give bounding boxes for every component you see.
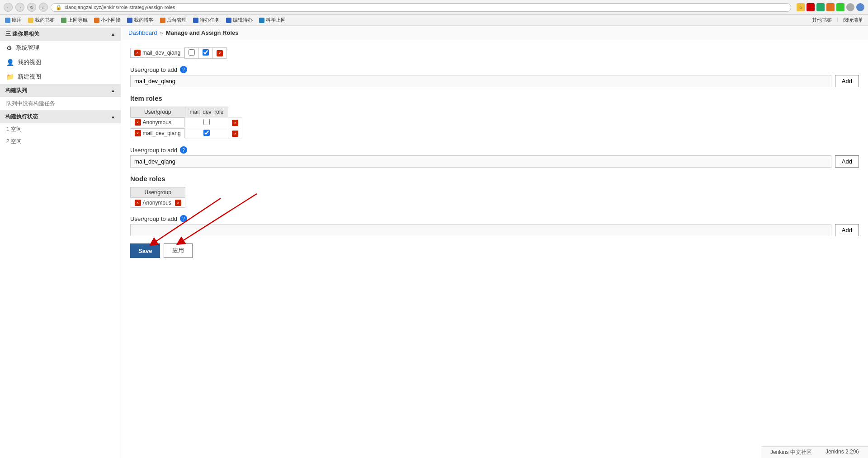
admin-icon bbox=[160, 18, 165, 23]
delete-partial-row-icon[interactable]: × bbox=[217, 50, 223, 56]
table-row: × Anonymous × bbox=[131, 198, 185, 208]
sidebar-item-newview-label: 新建视图 bbox=[18, 73, 41, 81]
profile-icon[interactable] bbox=[856, 3, 864, 11]
ext-icon5[interactable] bbox=[846, 3, 854, 11]
partial-global-row: × mail_dev_qiang × bbox=[130, 47, 859, 59]
item-anon-checkbox[interactable] bbox=[203, 119, 210, 125]
star-icon[interactable]: ☆ bbox=[797, 3, 805, 11]
sidebar-section-buildqueue[interactable]: 构建队列 ▲ bbox=[0, 84, 121, 97]
partial-checkbox-1[interactable] bbox=[189, 49, 195, 56]
bookmark-admin[interactable]: 后台管理 bbox=[159, 16, 188, 24]
sidebar-item-system[interactable]: ⚙ 系统管理 bbox=[0, 41, 121, 55]
bookmark-blog-label: 我的博客 bbox=[134, 17, 154, 23]
partial-roles-table: × mail_dev_qiang × bbox=[130, 47, 227, 59]
home-button[interactable]: ⌂ bbox=[39, 3, 48, 12]
global-add-input-row: Add bbox=[130, 75, 859, 87]
node-add-label: User/group to add ? bbox=[130, 215, 859, 222]
sidebar-section-buildqueue-label: 构建队列 bbox=[5, 87, 27, 94]
bookmark-blog[interactable]: 我的博客 bbox=[126, 16, 155, 24]
node-roles-section: Node roles User/group × Anonymous × bbox=[130, 175, 859, 236]
breadcrumb-dashboard[interactable]: Dashboard bbox=[128, 29, 157, 36]
apps-icon bbox=[5, 18, 10, 23]
bookmark-todo-label: 待办任务 bbox=[200, 17, 220, 23]
sidebar-item-system-label: 系统管理 bbox=[16, 44, 39, 52]
item-add-section: User/group to add ? Add bbox=[130, 146, 859, 168]
item-delete-dev-icon[interactable]: × bbox=[135, 130, 141, 136]
bookmark-science[interactable]: 科学上网 bbox=[258, 16, 287, 24]
item-add-input[interactable] bbox=[130, 155, 831, 168]
sidebar-section-mini[interactable]: 三 迷你屏相关 ▲ bbox=[0, 28, 121, 41]
item-add-label: User/group to add ? bbox=[130, 146, 859, 154]
table-row: × mail_dev_qiang × bbox=[130, 48, 227, 59]
global-add-label-text: User/group to add bbox=[130, 66, 177, 73]
forward-button[interactable]: → bbox=[15, 3, 24, 12]
ext-icon4[interactable] bbox=[836, 3, 844, 11]
sidebar-item-myviews[interactable]: 👤 我的视图 bbox=[0, 55, 121, 70]
apply-button[interactable]: 应用 bbox=[164, 243, 193, 258]
node-delete-anon-end-icon[interactable]: × bbox=[175, 200, 181, 206]
ext-icon1[interactable] bbox=[807, 3, 815, 11]
bookmark-nav[interactable]: 上网导航 bbox=[60, 16, 89, 24]
delete-partial-icon[interactable]: × bbox=[134, 50, 141, 56]
global-add-label: User/group to add ? bbox=[130, 66, 859, 73]
node-add-button[interactable]: Add bbox=[835, 224, 859, 236]
node-delete-anon-icon[interactable]: × bbox=[135, 200, 141, 206]
item-roles-title: Item roles bbox=[130, 94, 859, 102]
breadcrumb: Dashboard » Manage and Assign Roles bbox=[121, 26, 868, 40]
sidebar-item-myviews-label: 我的视图 bbox=[18, 58, 41, 66]
bookmark-apps[interactable]: 应用 bbox=[4, 16, 23, 24]
back-button[interactable]: ← bbox=[4, 3, 13, 12]
save-button[interactable]: Save bbox=[130, 243, 160, 258]
app-layout: 三 迷你屏相关 ▲ ⚙ 系统管理 👤 我的视图 📁 新建视图 构建队列 ▲ 队列… bbox=[0, 26, 868, 458]
bookmark-mybookmarks[interactable]: 我的书签 bbox=[27, 16, 56, 24]
bookmark-mybookmarks-label: 我的书签 bbox=[35, 17, 55, 23]
node-add-help-icon[interactable]: ? bbox=[180, 215, 187, 222]
executor-1: 1 空闲 bbox=[0, 123, 121, 136]
item-delete-anon-icon[interactable]: × bbox=[135, 119, 141, 126]
partial-checkbox-2[interactable] bbox=[203, 49, 209, 56]
node-add-input[interactable] bbox=[130, 224, 831, 236]
bookmark-edit-todo-label: 编辑待办 bbox=[233, 17, 253, 23]
nav-icon bbox=[61, 18, 66, 23]
item-add-button[interactable]: Add bbox=[835, 155, 859, 168]
bookmark-science-label: 科学上网 bbox=[266, 17, 286, 23]
item-delete-anon-row-icon[interactable]: × bbox=[232, 120, 238, 126]
browser-actions: ☆ bbox=[797, 3, 864, 11]
main-content: × mail_dev_qiang × bbox=[121, 40, 868, 458]
global-add-button[interactable]: Add bbox=[835, 75, 859, 87]
url-text: xiaoqiangzai.xyz/jenkins/role-strategy/a… bbox=[65, 5, 175, 10]
reading-list[interactable]: 阅读清单 bbox=[842, 16, 864, 24]
ext-icon2[interactable] bbox=[816, 3, 825, 11]
item-add-help-icon[interactable]: ? bbox=[180, 146, 187, 154]
buildqueue-chevron: ▲ bbox=[111, 88, 115, 93]
sidebar-section-executor[interactable]: 构建执行状态 ▲ bbox=[0, 110, 121, 123]
bookmark-todo[interactable]: 待办任务 bbox=[192, 16, 221, 24]
global-add-help-icon[interactable]: ? bbox=[180, 66, 187, 73]
sidebar-item-newview[interactable]: 📁 新建视图 bbox=[0, 70, 121, 84]
folder-icon: 📁 bbox=[6, 73, 14, 80]
bottom-buttons: Save 应用 bbox=[130, 243, 859, 258]
url-bar[interactable]: 🔒 xiaoqiangzai.xyz/jenkins/role-strategy… bbox=[51, 3, 791, 12]
node-add-label-text: User/group to add bbox=[130, 215, 177, 222]
bookmark-dream[interactable]: 小小网憧 bbox=[93, 16, 122, 24]
bookmark-edit-todo[interactable]: 编辑待办 bbox=[225, 16, 254, 24]
footer-community: Jenkins 中文社区 bbox=[770, 449, 812, 456]
mini-chevron: ▲ bbox=[111, 32, 115, 37]
sidebar-section-mini-label: 三 迷你屏相关 bbox=[5, 30, 39, 38]
node-roles-title: Node roles bbox=[130, 175, 859, 182]
item-dev-checkbox[interactable] bbox=[203, 130, 210, 136]
reload-button[interactable]: ↻ bbox=[27, 3, 36, 12]
bookmarks-right: 其他书签 | 阅读清单 bbox=[811, 16, 864, 24]
item-roles-table: User/group mail_dev_role × Anonymous bbox=[130, 107, 242, 139]
global-add-input[interactable] bbox=[130, 75, 831, 87]
bookmark-apps-label: 应用 bbox=[12, 17, 22, 23]
bookmark-admin-label: 后台管理 bbox=[167, 17, 187, 23]
table-row: × Anonymous × bbox=[131, 117, 242, 128]
other-bookmarks[interactable]: 其他书签 bbox=[811, 16, 833, 24]
gear-icon: ⚙ bbox=[6, 44, 12, 51]
buildqueue-empty: 队列中没有构建任务 bbox=[0, 97, 121, 110]
dream-icon bbox=[94, 18, 99, 23]
global-add-section: User/group to add ? Add bbox=[130, 66, 859, 87]
ext-icon3[interactable] bbox=[826, 3, 835, 11]
item-delete-dev-row-icon[interactable]: × bbox=[232, 131, 238, 137]
